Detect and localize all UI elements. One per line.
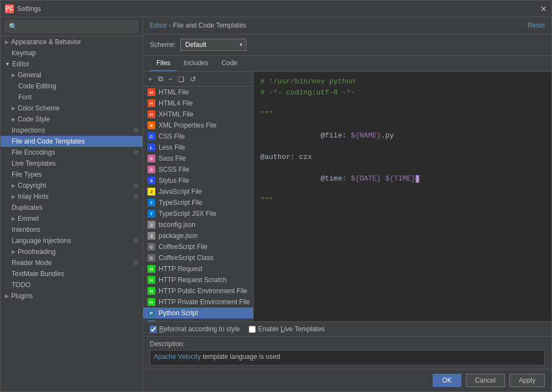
list-item[interactable]: H HTML File <box>143 87 253 98</box>
sidebar-item-plugins[interactable]: ▶ Plugins <box>1 290 143 301</box>
file-icon: T <box>148 199 155 206</box>
sidebar-item-code-style[interactable]: ▶ Code Style <box>1 114 143 125</box>
sidebar-item-file-types[interactable]: File Types <box>1 169 143 180</box>
sidebar-item-appearance[interactable]: ▶ Appearance & Behavior <box>1 36 143 47</box>
scheme-select[interactable]: Default Project <box>180 39 246 51</box>
arrow-icon: ▼ <box>5 61 10 67</box>
search-input[interactable] <box>5 20 138 33</box>
sidebar-item-file-encodings[interactable]: File Encodings <box>1 147 143 158</box>
sidebar-item-textmate-bundles[interactable]: TextMate Bundles <box>1 268 143 279</box>
list-item[interactable]: H HTML4 File <box>143 98 253 109</box>
sidebar-item-color-scheme[interactable]: ▶ Color Scheme <box>1 103 143 114</box>
file-icon: X <box>148 121 155 129</box>
scheme-row: Scheme: Default Project <box>143 34 551 56</box>
list-item[interactable]: C CoffeeScript File <box>143 241 253 252</box>
list-item[interactable]: J JavaScript File <box>143 186 253 197</box>
list-item[interactable]: C CSS File <box>143 131 253 142</box>
scheme-wrapper: Default Project <box>180 39 246 51</box>
file-icon: H <box>148 276 155 284</box>
cancel-button[interactable]: Cancel <box>466 374 505 387</box>
scroll-indicator <box>134 239 138 243</box>
list-item[interactable]: S Sass File <box>143 153 253 164</box>
sidebar-item-editor[interactable]: ▼ Editor <box>1 59 143 70</box>
live-templates-checkbox[interactable] <box>249 326 256 333</box>
panel-body: + ⧉ − ❑ ↺ H HTML File H HTML4 File <box>143 72 551 321</box>
sidebar-item-proofreading[interactable]: ▶ Proofreading <box>1 246 143 257</box>
arrow-icon: ▶ <box>12 216 15 221</box>
sidebar-item-font[interactable]: Font <box>1 92 143 103</box>
arrow-icon: ▶ <box>5 293 9 299</box>
arrow-icon: ▶ <box>12 249 15 255</box>
app-icon: PC <box>5 4 14 13</box>
sidebar-item-file-code-templates[interactable]: File and Code Templates <box>1 136 143 147</box>
remove-template-button[interactable]: − <box>167 75 175 84</box>
live-templates-checkbox-label[interactable]: Enable Live Templates <box>249 325 325 333</box>
file-icon: H <box>148 99 155 107</box>
file-icon: H <box>148 88 155 96</box>
list-item[interactable]: H HTTP Request <box>143 263 253 274</box>
list-item[interactable]: S SCSS File <box>143 164 253 175</box>
code-editor[interactable]: # !/usr/bin/env python # -*- coding:utf-… <box>254 72 551 321</box>
close-button[interactable]: ✕ <box>540 4 547 13</box>
sidebar-item-duplicates[interactable]: Duplicates <box>1 202 143 213</box>
reset-button[interactable]: Reset <box>528 22 545 29</box>
apply-button[interactable]: Apply <box>509 374 545 387</box>
scroll-indicator <box>134 150 138 155</box>
sidebar-item-intentions[interactable]: Intentions <box>1 224 143 235</box>
reformat-checkbox[interactable] <box>150 326 157 333</box>
file-icon: C <box>148 243 155 251</box>
list-item[interactable]: T TypeScript File <box>143 197 253 208</box>
list-item[interactable]: J package.json <box>143 230 253 241</box>
arrow-icon: ▶ <box>12 194 15 199</box>
sidebar-item-reader-mode[interactable]: Reader Mode <box>1 257 143 268</box>
sidebar-item-inlay-hints[interactable]: ▶ Inlay Hints <box>1 191 143 202</box>
file-icon: C <box>148 133 155 140</box>
list-item[interactable]: L Less File <box>143 142 253 153</box>
scroll-indicator <box>134 261 138 265</box>
reset-template-button[interactable]: ↺ <box>188 75 198 84</box>
description-label: Description: <box>150 340 545 348</box>
code-line <box>260 98 545 109</box>
bottom-options: Reformat according to style Enable Live … <box>143 321 551 336</box>
tab-files[interactable]: Files <box>150 56 177 71</box>
tab-code[interactable]: Code <box>215 56 244 71</box>
sidebar-item-code-editing[interactable]: Code Editing <box>1 81 143 92</box>
sidebar-item-copyright[interactable]: ▶ Copyright <box>1 180 143 191</box>
reformat-checkbox-label[interactable]: Reformat according to style <box>150 325 240 333</box>
apache-velocity-link[interactable]: Apache Velocity <box>154 353 201 361</box>
sidebar-item-general[interactable]: ▶ General <box>1 70 143 81</box>
sidebar-item-keymap[interactable]: Keymap <box>1 47 143 59</box>
right-header: Editor › File and Code Templates Reset <box>143 17 551 34</box>
sidebar-tree: ▶ Appearance & Behavior Keymap ▼ Editor … <box>1 36 143 391</box>
file-icon: J <box>148 232 155 240</box>
sidebar-item-emmet[interactable]: ▶ Emmet <box>1 213 143 224</box>
description-box: Apache Velocity template language is use… <box>150 350 545 365</box>
right-panel: Editor › File and Code Templates Reset S… <box>143 17 551 391</box>
breadcrumb: Editor › File and Code Templates <box>150 22 246 29</box>
ok-button[interactable]: OK <box>433 374 461 387</box>
list-item-python-script[interactable]: P Python Script <box>143 308 253 319</box>
list-item[interactable]: X XML Properties File <box>143 120 253 131</box>
list-item[interactable]: H HTTP Request Scratch <box>143 274 253 285</box>
list-item[interactable]: H XHTML File <box>143 109 253 120</box>
file-icon: S <box>148 166 155 173</box>
sidebar-item-inspections[interactable]: Inspections <box>1 125 143 136</box>
tab-includes[interactable]: Includes <box>177 56 215 71</box>
sidebar-item-language-injections[interactable]: Language Injections <box>1 235 143 246</box>
duplicate-template-button[interactable]: ❑ <box>176 75 186 84</box>
list-item[interactable]: H HTTP Public Environment File <box>143 285 253 296</box>
add-template-button[interactable]: + <box>146 75 154 84</box>
description-area: Description: Apache Velocity template la… <box>143 336 551 369</box>
sidebar-item-live-templates[interactable]: Live Templates <box>1 158 143 169</box>
copy-template-button[interactable]: ⧉ <box>156 74 165 84</box>
arrow-icon: ▶ <box>12 116 15 122</box>
list-item[interactable]: H HTTP Private Environment File <box>143 296 253 308</box>
code-area: # !/usr/bin/env python # -*- coding:utf-… <box>254 72 551 321</box>
list-item[interactable]: C CoffeeScript Class <box>143 252 253 263</box>
file-icon: S <box>148 155 155 162</box>
list-item[interactable]: S Stylus File <box>143 175 253 186</box>
list-item[interactable]: T TypeScript JSX File <box>143 208 253 219</box>
file-icon: J <box>148 221 155 229</box>
sidebar-item-todo[interactable]: TODO <box>1 279 143 290</box>
list-item[interactable]: J tsconfig.json <box>143 219 253 230</box>
